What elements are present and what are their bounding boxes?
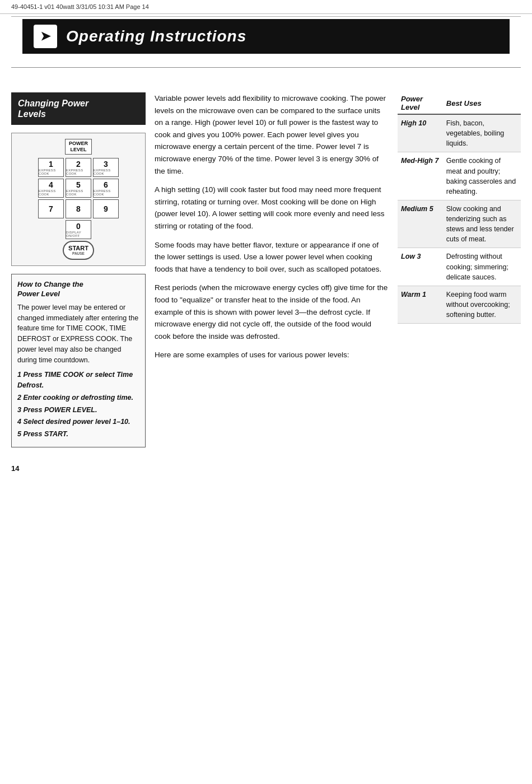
para-2: A high setting (10) will cook faster but… bbox=[155, 184, 389, 232]
key-5[interactable]: 5 EXPRESS COOK bbox=[66, 179, 91, 198]
power-level-label: POWER LEVEL bbox=[65, 139, 92, 155]
main-content: Changing Power Levels POWER LEVEL 1 EXPR… bbox=[0, 81, 532, 459]
power-level-name: Medium 5 bbox=[398, 200, 443, 248]
header-bar: ➤ Operating Instructions bbox=[22, 19, 510, 54]
para-5: Here are some examples of uses for vario… bbox=[155, 349, 389, 361]
section-heading-line1: Changing Power bbox=[18, 98, 139, 109]
power-level-name: Med-High 7 bbox=[398, 152, 443, 200]
metadata-text: 49-40451-1 v01 40watt 3/31/05 10:31 AM P… bbox=[11, 3, 149, 10]
key-9[interactable]: 9 bbox=[93, 199, 119, 218]
step-1: 1 Press TIME COOK or select Time Defrost… bbox=[17, 370, 139, 391]
power-level-uses: Keeping food warm without overcooking; s… bbox=[443, 286, 521, 323]
steps-list: 1 Press TIME COOK or select Time Defrost… bbox=[17, 370, 139, 440]
power-level-table: Power Level Best Uses High 10Fish, bacon… bbox=[398, 92, 521, 324]
para-4: Rest periods (when the microwave energy … bbox=[155, 282, 389, 342]
left-column: Changing Power Levels POWER LEVEL 1 EXPR… bbox=[11, 92, 146, 447]
page-number: 14 bbox=[0, 459, 532, 478]
table-header-uses: Best Uses bbox=[443, 92, 521, 114]
start-button[interactable]: START PAUSE bbox=[63, 241, 94, 260]
how-to-change-box: How to Change the Power Level The power … bbox=[11, 274, 146, 447]
how-to-title: How to Change the Power Level bbox=[17, 280, 139, 299]
key-4[interactable]: 4 EXPRESS COOK bbox=[38, 179, 64, 198]
table-row: Low 3Defrosting without cooking; simmeri… bbox=[398, 248, 521, 286]
power-level-uses: Slow cooking and tenderizing such as ste… bbox=[443, 200, 521, 248]
para-3: Some foods may have better flavor, textu… bbox=[155, 239, 389, 276]
power-level-name: Warm 1 bbox=[398, 286, 443, 323]
step-4: 4 Select desired power level 1–10. bbox=[17, 417, 139, 427]
table-row: Medium 5Slow cooking and tenderizing suc… bbox=[398, 200, 521, 248]
power-level-uses: Gentle cooking of meat and poultry; baki… bbox=[443, 152, 521, 200]
power-level-name: Low 3 bbox=[398, 248, 443, 286]
power-level-uses: Fish, bacon, vegetables, boiling liquids… bbox=[443, 114, 521, 152]
right-column: Power Level Best Uses High 10Fish, bacon… bbox=[398, 92, 521, 447]
key-3[interactable]: 3 EXPRESS COOK bbox=[93, 158, 119, 177]
key-1[interactable]: 1 EXPRESS COOK bbox=[38, 158, 64, 177]
section-icon: ➤ bbox=[34, 25, 57, 48]
how-to-body: The power level may be entered or change… bbox=[17, 302, 139, 366]
table-row: High 10Fish, bacon, vegetables, boiling … bbox=[398, 114, 521, 152]
page-title: Operating Instructions bbox=[66, 27, 246, 45]
top-metadata-bar: 49-40451-1 v01 40watt 3/31/05 10:31 AM P… bbox=[0, 0, 532, 14]
key-6[interactable]: 6 EXPRESS COOK bbox=[93, 179, 119, 198]
table-row: Warm 1Keeping food warm without overcook… bbox=[398, 286, 521, 323]
power-level-uses: Defrosting without cooking; simmering; d… bbox=[443, 248, 521, 286]
middle-column: Variable power levels add flexibility to… bbox=[146, 92, 398, 447]
key-2[interactable]: 2 EXPRESS COOK bbox=[66, 158, 91, 177]
step-5: 5 Press START. bbox=[17, 429, 139, 440]
section-heading-line2: Levels bbox=[18, 109, 139, 119]
key-0[interactable]: 0 DISPLAY ON/OFF bbox=[66, 220, 91, 239]
para-1: Variable power levels add flexibility to… bbox=[155, 92, 389, 177]
key-8[interactable]: 8 bbox=[66, 199, 91, 218]
table-row: Med-High 7Gentle cooking of meat and pou… bbox=[398, 152, 521, 200]
power-level-name: High 10 bbox=[398, 114, 443, 152]
keypad-diagram: POWER LEVEL 1 EXPRESS COOK 2 EXPRESS COO… bbox=[11, 133, 146, 266]
step-2: 2 Enter cooking or defrosting time. bbox=[17, 393, 139, 403]
table-header-level: Power Level bbox=[398, 92, 443, 114]
section-heading: Changing Power Levels bbox=[11, 92, 146, 125]
key-7[interactable]: 7 bbox=[38, 199, 64, 218]
step-3: 3 Press POWER LEVEL. bbox=[17, 405, 139, 416]
